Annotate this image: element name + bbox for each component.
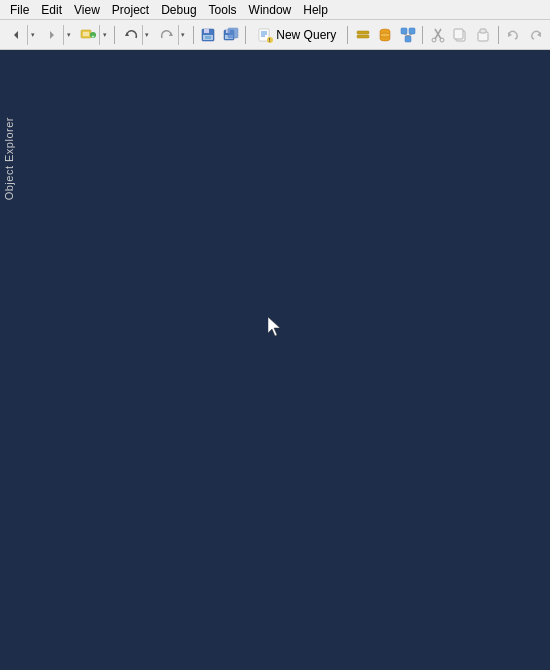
cut-button[interactable] xyxy=(427,24,448,46)
menu-help[interactable]: Help xyxy=(297,1,334,19)
toolbar: ▾ ▾ + ▾ ▾ xyxy=(0,20,550,50)
new-query-button[interactable]: ! New Query xyxy=(250,24,343,46)
separator-2 xyxy=(193,26,194,44)
back-dropdown-arrow[interactable]: ▾ xyxy=(27,25,37,45)
back-button[interactable]: ▾ xyxy=(4,24,38,46)
svg-text:+: + xyxy=(92,32,95,38)
menu-tools[interactable]: Tools xyxy=(203,1,243,19)
svg-marker-40 xyxy=(268,317,280,336)
svg-line-28 xyxy=(404,34,408,36)
back-icon xyxy=(5,25,27,45)
object-explorer-tab[interactable]: Object Explorer xyxy=(0,104,18,214)
cursor-indicator xyxy=(268,317,284,340)
main-content-area: Object Explorer xyxy=(0,52,550,670)
redo-icon xyxy=(156,25,178,45)
connect-db-button[interactable] xyxy=(352,24,373,46)
new-query-icon: ! xyxy=(257,27,273,43)
save-all-button[interactable] xyxy=(221,24,242,46)
svg-rect-1 xyxy=(83,32,89,36)
separator-5 xyxy=(422,26,423,44)
menubar: File Edit View Project Debug Tools Windo… xyxy=(0,0,550,20)
connect-dropdown-arrow[interactable]: ▾ xyxy=(99,25,109,45)
menu-edit[interactable]: Edit xyxy=(35,1,68,19)
copy-button[interactable] xyxy=(450,24,471,46)
svg-point-33 xyxy=(440,38,444,42)
undo-button[interactable]: ▾ xyxy=(119,24,153,46)
menu-view[interactable]: View xyxy=(68,1,106,19)
svg-rect-37 xyxy=(480,29,486,33)
new-query-label: New Query xyxy=(276,28,336,42)
connect-button[interactable]: + ▾ xyxy=(76,24,110,46)
menu-file[interactable]: File xyxy=(4,1,35,19)
database-button[interactable] xyxy=(375,24,396,46)
connect-icon: + xyxy=(77,25,99,45)
schema-button[interactable] xyxy=(398,24,419,46)
object-explorer-label: Object Explorer xyxy=(3,117,15,200)
svg-rect-9 xyxy=(205,36,211,39)
separator-6 xyxy=(498,26,499,44)
svg-point-24 xyxy=(380,33,390,37)
menu-window[interactable]: Window xyxy=(243,1,298,19)
svg-point-32 xyxy=(432,38,436,42)
forward-button[interactable]: ▾ xyxy=(40,24,74,46)
menu-debug[interactable]: Debug xyxy=(155,1,202,19)
redo-standalone-button[interactable] xyxy=(525,24,546,46)
forward-icon xyxy=(41,25,63,45)
redo-dropdown-arrow[interactable]: ▾ xyxy=(178,25,188,45)
undo-icon xyxy=(120,25,142,45)
svg-rect-27 xyxy=(405,36,411,42)
svg-rect-21 xyxy=(357,35,369,38)
redo-button[interactable]: ▾ xyxy=(155,24,189,46)
forward-dropdown-arrow[interactable]: ▾ xyxy=(63,25,73,45)
menu-project[interactable]: Project xyxy=(106,1,155,19)
svg-line-29 xyxy=(408,34,412,36)
save-button[interactable] xyxy=(198,24,219,46)
svg-rect-26 xyxy=(409,28,415,34)
undo-standalone-button[interactable] xyxy=(503,24,524,46)
separator-1 xyxy=(114,26,115,44)
svg-rect-20 xyxy=(357,31,369,34)
svg-rect-35 xyxy=(454,29,463,39)
svg-rect-25 xyxy=(401,28,407,34)
undo-dropdown-arrow[interactable]: ▾ xyxy=(142,25,152,45)
separator-4 xyxy=(347,26,348,44)
svg-rect-7 xyxy=(204,29,209,33)
separator-3 xyxy=(245,26,246,44)
svg-rect-13 xyxy=(228,28,238,38)
paste-button[interactable] xyxy=(473,24,494,46)
